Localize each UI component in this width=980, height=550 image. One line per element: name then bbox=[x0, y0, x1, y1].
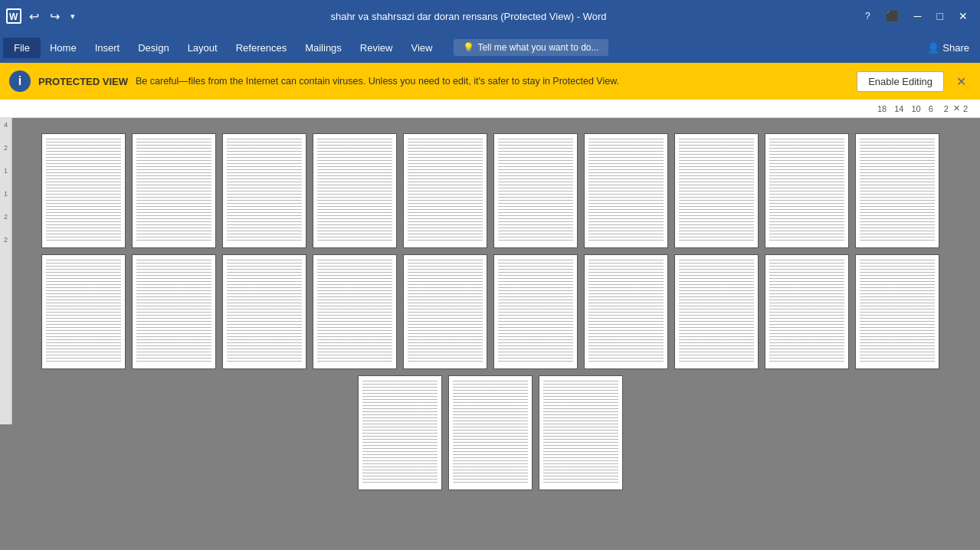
menu-view[interactable]: View bbox=[402, 38, 441, 58]
enable-editing-button[interactable]: Enable Editing bbox=[857, 71, 944, 92]
close-protected-bar-button[interactable]: ✕ bbox=[952, 73, 971, 90]
page-thumb[interactable] bbox=[41, 133, 126, 248]
pages-row-3 bbox=[358, 375, 623, 490]
page-thumb[interactable] bbox=[855, 254, 939, 369]
protected-view-icon: i bbox=[9, 70, 31, 92]
page-thumb[interactable] bbox=[222, 254, 306, 369]
page-thumb[interactable] bbox=[132, 133, 216, 248]
pages-row-2 bbox=[41, 254, 939, 369]
page-thumb[interactable] bbox=[222, 133, 306, 248]
tell-me-input[interactable]: 💡 Tell me what you want to do... bbox=[454, 39, 608, 56]
page-thumb[interactable] bbox=[855, 133, 939, 248]
left-ruler: 4 2 1 1 2 2 bbox=[0, 118, 12, 424]
page-thumb[interactable] bbox=[674, 254, 759, 369]
page-thumb[interactable] bbox=[313, 133, 397, 248]
close-button[interactable]: ✕ bbox=[952, 8, 974, 24]
page-thumb[interactable] bbox=[539, 375, 623, 490]
menu-mailings[interactable]: Mailings bbox=[296, 38, 351, 58]
page-thumb[interactable] bbox=[132, 254, 216, 369]
page-thumb[interactable] bbox=[765, 133, 849, 248]
page-thumb[interactable] bbox=[493, 133, 578, 248]
redo-button[interactable]: ↪ bbox=[47, 8, 63, 25]
pages-row-1 bbox=[41, 133, 939, 248]
share-person-icon: 👤 bbox=[927, 42, 939, 54]
page-thumb[interactable] bbox=[765, 254, 849, 369]
menu-review[interactable]: Review bbox=[351, 38, 402, 58]
menu-design[interactable]: Design bbox=[129, 38, 178, 58]
ribbon-display-button[interactable]: ⬛ bbox=[880, 8, 905, 24]
undo-button[interactable]: ↩ bbox=[26, 8, 42, 25]
menu-bar: File Home Insert Design Layout Reference… bbox=[0, 32, 980, 63]
lightbulb-icon: 💡 bbox=[463, 42, 474, 53]
menu-home[interactable]: Home bbox=[41, 38, 86, 58]
page-thumb[interactable] bbox=[493, 254, 578, 369]
menu-file[interactable]: File bbox=[3, 38, 41, 58]
protected-view-bar: i PROTECTED VIEW Be careful—files from t… bbox=[0, 63, 980, 100]
pages-grid bbox=[12, 133, 968, 490]
word-icon: W bbox=[6, 8, 21, 24]
title-bar-left: W ↩ ↪ ▾ bbox=[6, 8, 78, 25]
page-thumb[interactable] bbox=[313, 254, 397, 369]
ruler-bar: 18 14 10 6 2 ✕ 2 bbox=[0, 100, 980, 118]
minimize-button[interactable]: ─ bbox=[908, 8, 928, 24]
svg-text:W: W bbox=[9, 11, 18, 22]
restore-button[interactable]: □ bbox=[931, 8, 949, 24]
protected-view-label: PROTECTED VIEW bbox=[38, 76, 128, 87]
ruler-numbers: 18 14 10 6 2 ✕ 2 bbox=[877, 103, 968, 113]
menu-insert[interactable]: Insert bbox=[86, 38, 129, 58]
document-area: 4 2 1 1 2 2 bbox=[0, 118, 980, 550]
page-thumb[interactable] bbox=[674, 133, 759, 248]
menu-references[interactable]: References bbox=[227, 38, 296, 58]
page-thumb[interactable] bbox=[448, 375, 533, 490]
page-thumb[interactable] bbox=[41, 254, 126, 369]
help-button[interactable]: ? bbox=[859, 9, 877, 23]
document-title: shahr va shahrsazi dar doran rensans (Pr… bbox=[78, 11, 859, 22]
share-button[interactable]: 👤 Share bbox=[919, 39, 977, 57]
title-bar: W ↩ ↪ ▾ shahr va shahrsazi dar doran ren… bbox=[0, 0, 980, 32]
page-thumb[interactable] bbox=[403, 254, 487, 369]
customize-button[interactable]: ▾ bbox=[67, 10, 78, 23]
page-thumb[interactable] bbox=[584, 133, 668, 248]
protected-view-message: Be careful—files from the Internet can c… bbox=[136, 76, 849, 87]
page-thumb[interactable] bbox=[403, 133, 487, 248]
window-controls: ? ⬛ ─ □ ✕ bbox=[859, 8, 974, 24]
page-thumb[interactable] bbox=[584, 254, 668, 369]
page-thumb[interactable] bbox=[358, 375, 442, 490]
menu-layout[interactable]: Layout bbox=[179, 38, 227, 58]
